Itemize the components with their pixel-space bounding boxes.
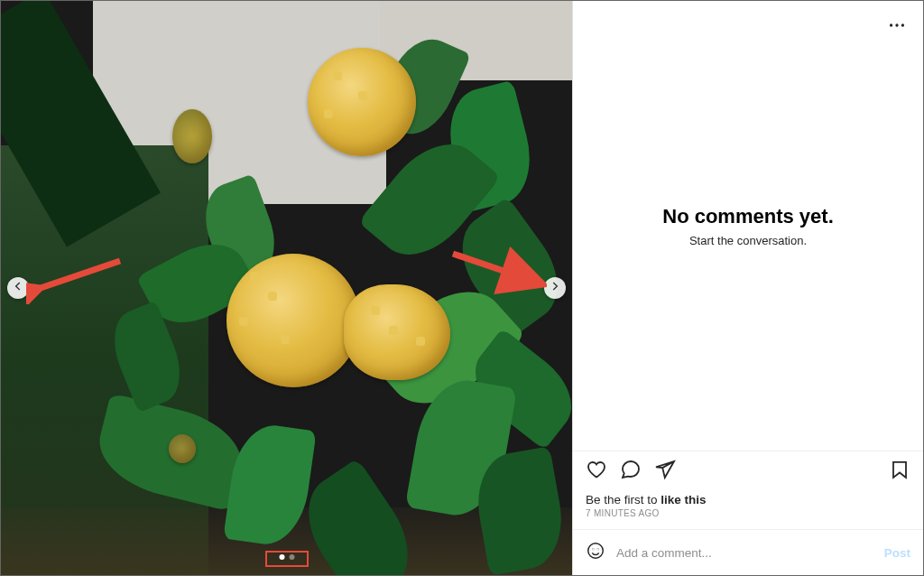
like-button[interactable] bbox=[586, 459, 607, 484]
svg-point-2 bbox=[890, 23, 892, 26]
prev-slide-button[interactable] bbox=[7, 277, 29, 299]
media-panel bbox=[1, 1, 572, 575]
bookmark-icon bbox=[889, 459, 910, 484]
save-button[interactable] bbox=[889, 459, 910, 484]
post-comment-button[interactable]: Post bbox=[884, 546, 910, 560]
carousel-dot[interactable] bbox=[289, 554, 294, 560]
svg-point-5 bbox=[588, 543, 604, 559]
chevron-left-icon bbox=[12, 280, 24, 296]
more-options-button[interactable] bbox=[882, 10, 912, 44]
carousel-dots bbox=[273, 552, 300, 562]
empty-title: No comments yet. bbox=[662, 205, 834, 228]
emoji-icon bbox=[586, 541, 605, 564]
svg-point-3 bbox=[895, 23, 898, 26]
emoji-button[interactable] bbox=[586, 541, 605, 564]
comment-input[interactable] bbox=[616, 546, 873, 560]
post-sidebar: No comments yet. Start the conversation. bbox=[572, 1, 923, 575]
comment-button[interactable] bbox=[620, 459, 642, 484]
share-icon bbox=[654, 459, 676, 484]
comment-bar: Post bbox=[573, 529, 923, 575]
carousel-dot[interactable] bbox=[279, 554, 284, 560]
heart-icon bbox=[586, 459, 607, 484]
likes-text[interactable]: Be the first to like this bbox=[573, 488, 923, 506]
timestamp: 7 MINUTES AGO bbox=[573, 506, 923, 529]
post-modal: No comments yet. Start the conversation. bbox=[0, 0, 924, 576]
post-image bbox=[1, 1, 572, 575]
empty-subtitle: Start the conversation. bbox=[689, 234, 807, 247]
action-bar bbox=[573, 451, 923, 488]
svg-point-4 bbox=[901, 23, 904, 26]
empty-comments: No comments yet. Start the conversation. bbox=[573, 1, 923, 451]
next-slide-button[interactable] bbox=[544, 277, 566, 299]
share-button[interactable] bbox=[654, 459, 676, 484]
chevron-right-icon bbox=[549, 280, 561, 296]
comment-icon bbox=[620, 459, 642, 484]
more-icon bbox=[887, 23, 907, 38]
